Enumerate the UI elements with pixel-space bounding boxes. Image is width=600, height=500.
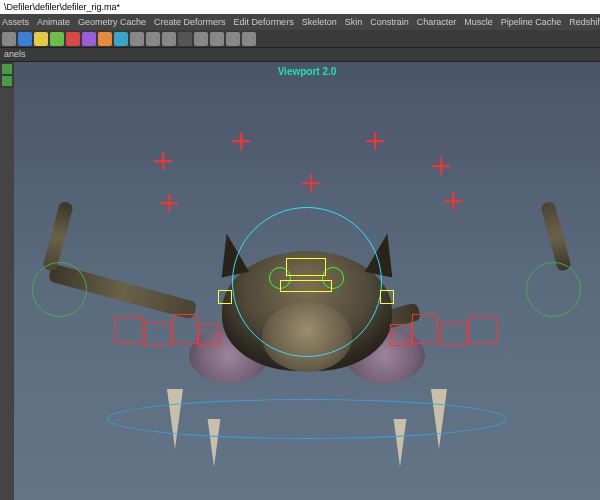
menu-geometry-cache[interactable]: Geometry Cache <box>78 17 146 27</box>
menu-muscle[interactable]: Muscle <box>464 17 493 27</box>
shelf-sphere-yellow-icon[interactable] <box>34 32 48 46</box>
leg-fore-left <box>43 201 75 272</box>
view-select-icon[interactable] <box>2 64 12 74</box>
menu-constrain[interactable]: Constrain <box>370 17 409 27</box>
main-menu-bar: Assets Animate Geometry Cache Create Def… <box>0 14 600 30</box>
menu-edit-deformers[interactable]: Edit Deformers <box>234 17 294 27</box>
panels-label[interactable]: anels <box>0 48 600 62</box>
leg-upper-left <box>48 263 198 319</box>
menu-pipeline-cache[interactable]: Pipeline Cache <box>501 17 562 27</box>
view-move-icon[interactable] <box>2 76 12 86</box>
head <box>262 302 352 372</box>
shelf-arrow-icon[interactable] <box>2 32 16 46</box>
menu-skeleton[interactable]: Skeleton <box>302 17 337 27</box>
shelf-share-icon[interactable] <box>242 32 256 46</box>
horn-left <box>213 231 249 278</box>
shelf-film-icon[interactable] <box>18 32 32 46</box>
shelf-sphere-green-icon[interactable] <box>50 32 64 46</box>
viewport-renderer-label: Viewport 2.0 <box>278 66 337 77</box>
shelf-sphere-purple-icon[interactable] <box>82 32 96 46</box>
tool-shelf <box>0 30 600 48</box>
shelf-cube-icon[interactable] <box>114 32 128 46</box>
shelf-link-icon[interactable] <box>226 32 240 46</box>
window-title-bar: \Defiler\defiler\defiler_rig.ma* <box>0 0 600 14</box>
menu-animate[interactable]: Animate <box>37 17 70 27</box>
window-title-path: \Defiler\defiler\defiler_rig.ma* <box>4 2 120 12</box>
shelf-box-icon[interactable] <box>194 32 208 46</box>
shelf-grid-icon[interactable] <box>210 32 224 46</box>
shelf-dot-orange-icon[interactable] <box>98 32 112 46</box>
viewport-left-toolbar <box>0 62 14 88</box>
shelf-sep-icon <box>178 32 192 46</box>
shelf-gear-2-icon[interactable] <box>162 32 176 46</box>
shelf-gear-1-icon[interactable] <box>146 32 160 46</box>
viewport-3d[interactable]: Viewport 2.0 <box>14 62 600 500</box>
menu-redshift[interactable]: Redshift <box>569 17 600 27</box>
creature-mesh <box>27 137 587 437</box>
horn-right <box>365 231 401 278</box>
shelf-key-icon[interactable] <box>130 32 144 46</box>
menu-character[interactable]: Character <box>417 17 457 27</box>
global-control-circle[interactable] <box>107 399 507 439</box>
menu-assets[interactable]: Assets <box>2 17 29 27</box>
leg-fore-right <box>540 201 572 272</box>
menu-skin[interactable]: Skin <box>345 17 363 27</box>
menu-create-deformers[interactable]: Create Deformers <box>154 17 226 27</box>
shelf-sphere-red-icon[interactable] <box>66 32 80 46</box>
